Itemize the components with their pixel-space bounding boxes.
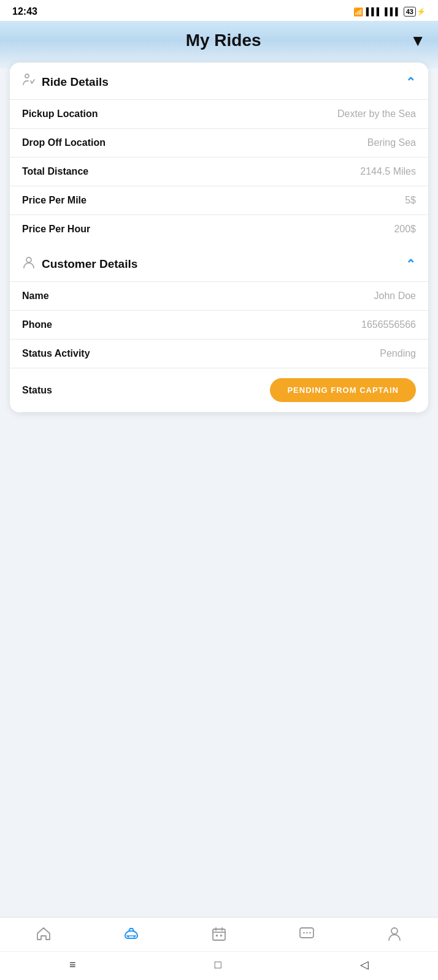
status-bar: 12:43 📶 ▌▌▌ ▌▌▌ 43 ⚡ [0, 0, 438, 21]
signal-icon-1: ▌▌▌ [366, 7, 382, 16]
android-menu-icon[interactable]: ≡ [69, 959, 76, 971]
status-time: 12:43 [12, 6, 37, 17]
status-row: Status PENDING FROM CAPTAIN [10, 368, 428, 412]
customer-detail-row-2: Status Activity Pending [10, 339, 428, 368]
content-spacer [0, 671, 438, 917]
wifi-icon: 📶 [353, 7, 363, 17]
price-mile-value: 5$ [405, 195, 416, 206]
status-activity-label: Status Activity [22, 348, 90, 359]
ride-detail-row-2: Total Distance 2144.5 Miles [10, 157, 428, 186]
nav-calendar[interactable] [210, 925, 228, 946]
customer-details-header[interactable]: Customer Details ⌃ [10, 243, 428, 281]
dropoff-label: Drop Off Location [22, 137, 106, 148]
nav-home[interactable] [35, 925, 52, 946]
details-card: Ride Details ⌃ Pickup Location Dexter by… [10, 63, 428, 412]
signal-icon-2: ▌▌▌ [385, 7, 401, 16]
svg-rect-5 [216, 935, 218, 936]
status-label: Status [22, 385, 52, 396]
rides-icon [123, 925, 140, 946]
customer-detail-row-1: Phone 1656556566 [10, 310, 428, 339]
customer-details-chevron[interactable]: ⌃ [405, 257, 416, 272]
main-content: Ride Details ⌃ Pickup Location Dexter by… [0, 69, 438, 671]
filter-icon[interactable]: ▼ [410, 31, 426, 50]
name-label: Name [22, 291, 49, 302]
nav-profile[interactable] [386, 925, 403, 946]
status-activity-value: Pending [380, 348, 416, 359]
price-mile-label: Price Per Mile [22, 195, 86, 206]
dropoff-value: Bering Sea [367, 137, 416, 148]
distance-value: 2144.5 Miles [360, 166, 416, 177]
nav-messages[interactable] [298, 925, 315, 946]
battery-indicator: 43 ⚡ [404, 7, 426, 17]
charging-icon: ⚡ [417, 7, 426, 16]
phone-value: 1656556566 [361, 319, 416, 330]
messages-icon [298, 925, 315, 946]
pickup-label: Pickup Location [22, 108, 98, 120]
ride-detail-row-3: Price Per Mile 5$ [10, 186, 428, 215]
price-hour-label: Price Per Hour [22, 224, 90, 235]
distance-label: Total Distance [22, 166, 88, 177]
battery-level: 43 [404, 7, 416, 17]
customer-section-icon [22, 256, 36, 273]
svg-rect-4 [213, 929, 225, 940]
pickup-value: Dexter by the Sea [337, 108, 416, 120]
customer-detail-row-0: Name John Doe [10, 281, 428, 310]
android-nav-bar: ≡ □ ◁ [0, 951, 438, 980]
header: My Rides ▼ [0, 21, 438, 69]
card-divider [22, 412, 416, 412]
phone-label: Phone [22, 319, 52, 330]
ride-details-header[interactable]: Ride Details ⌃ [10, 63, 428, 99]
ride-details-chevron[interactable]: ⌃ [405, 75, 416, 89]
ride-details-header-left: Ride Details [22, 74, 109, 91]
customer-details-header-left: Customer Details [22, 256, 137, 273]
svg-point-8 [391, 928, 398, 934]
svg-point-1 [26, 257, 31, 262]
nav-rides[interactable] [123, 925, 140, 946]
profile-icon [386, 925, 403, 946]
bottom-nav [0, 917, 438, 951]
ride-detail-row-4: Price Per Hour 200$ [10, 215, 428, 243]
ride-detail-row-1: Drop Off Location Bering Sea [10, 128, 428, 157]
page-title: My Rides [37, 31, 410, 50]
ride-section-icon [22, 74, 36, 91]
ride-details-title: Ride Details [42, 75, 109, 89]
price-hour-value: 200$ [394, 224, 416, 235]
ride-detail-row-0: Pickup Location Dexter by the Sea [10, 99, 428, 128]
home-icon [35, 925, 52, 946]
android-back-icon[interactable]: ◁ [360, 958, 369, 971]
name-value: John Doe [374, 291, 417, 302]
android-home-icon[interactable]: □ [215, 959, 221, 971]
svg-point-0 [25, 74, 29, 78]
pending-captain-button[interactable]: PENDING FROM CAPTAIN [270, 378, 416, 402]
customer-details-title: Customer Details [42, 257, 137, 271]
calendar-icon [210, 925, 228, 946]
svg-rect-6 [220, 935, 222, 936]
status-icons: 📶 ▌▌▌ ▌▌▌ 43 ⚡ [353, 7, 426, 17]
